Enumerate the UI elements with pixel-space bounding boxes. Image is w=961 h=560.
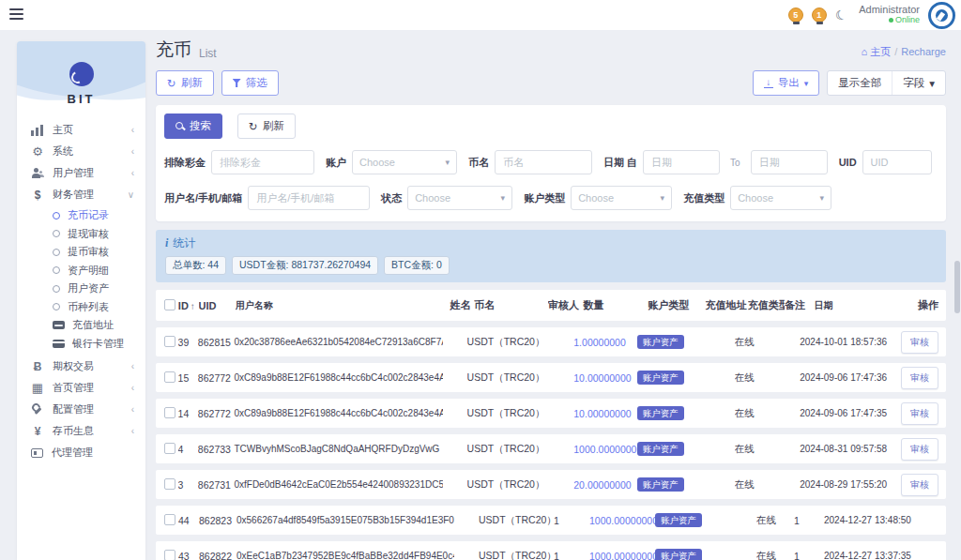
sidebar-subitem[interactable]: 资产明细 [17,262,145,280]
amount-link[interactable]: 20.00000000 [573,479,631,491]
account-type-badge: 账户资产 [655,513,702,528]
table-row: 398628150x20c38786eeAe6321b0542084eC7291… [156,327,946,356]
row-checkbox[interactable] [164,478,175,490]
cell-actions: 审核 [901,367,946,389]
sidebar-item-wrench[interactable]: 配置管理‹ [17,399,145,420]
sidebar-item-label: 首页管理 [53,381,131,395]
audit-button[interactable]: 审核 [901,367,938,389]
logo[interactable]: BIT [17,41,145,106]
col-coin[interactable]: 币名 [474,298,548,312]
col-note[interactable]: 备注 [785,298,815,312]
row-checkbox-cell [156,407,178,420]
uid-input[interactable] [862,150,932,174]
col-reviewer[interactable]: 审核人 [548,298,583,312]
amount-link[interactable]: 10.00000000 [573,408,631,419]
recharge-type-select[interactable]: Choose▾ [730,186,831,210]
row-checkbox[interactable] [164,514,175,525]
row-checkbox[interactable] [164,443,175,454]
amount-link[interactable]: 1000.00000000 [573,444,636,455]
sidebar-subitem[interactable]: 币种列表 [17,298,145,317]
sidebar-subitem[interactable]: 银行卡管理 [17,335,145,354]
sidebar-item-idcard[interactable]: 代理管理 [17,442,145,463]
dark-mode-moon-icon[interactable]: ☾ [833,7,848,24]
audit-button[interactable]: 审核 [901,438,938,461]
fields-dropdown[interactable]: 字段▾ [892,71,945,95]
amount-link[interactable]: 1.00000000 [573,337,625,348]
cell-recharge-type: 在线 [735,407,771,420]
account-select[interactable]: Choose▾ [352,150,457,174]
col-amount[interactable]: 数量 [583,298,648,312]
amount-link[interactable]: 1000.00000000 [589,551,655,560]
breadcrumb-home-link[interactable]: ⌂ 主页 [862,46,892,57]
chevron-left-icon: ‹ [131,404,134,415]
sidebar-item-bitcoin[interactable]: 期权交易‹ [17,356,145,377]
audit-button[interactable]: 审核 [901,402,938,425]
stat-usdt-amount: USDT金额: 881737.26270494 [232,256,378,275]
col-recharge-address[interactable]: 充值地址 [705,298,747,312]
col-name[interactable]: 姓名 [450,298,474,312]
users-icon [31,167,44,179]
row-checkbox[interactable] [164,371,175,383]
sidebar-item-chart[interactable]: 主页‹ [17,119,145,141]
columns-toggle-group: 显示全部 字段▾ [827,70,946,96]
notification-coin-icon[interactable]: 5 [788,8,803,23]
filter-button[interactable]: 筛选 [221,70,279,96]
exclude-bonus-input[interactable] [211,150,314,174]
user-info[interactable]: Administrator Online [859,5,920,25]
account-type-badge: 账户资产 [637,442,684,457]
sidebar-item-label: 代理管理 [52,446,134,460]
col-username[interactable]: 用户名称 [236,299,450,312]
scrollbar-thumb[interactable] [954,261,960,313]
date-to-input[interactable] [751,150,828,174]
col-uid[interactable]: UID [199,300,236,311]
account-type-select[interactable]: Choose▾ [571,186,672,210]
row-checkbox[interactable] [164,336,175,347]
cell-amount: 1000.00000000 [589,551,655,560]
sidebar-subitem[interactable]: 提币审核 [17,243,145,262]
col-recharge-type[interactable]: 充值类型 [748,298,785,312]
sidebar-item-gear[interactable]: 系统‹ [17,141,145,162]
date-from-input[interactable] [643,150,720,174]
avatar[interactable] [928,2,955,29]
sidebar-toggle-icon[interactable] [9,8,23,21]
sidebar-subitem[interactable]: 用户资产 [17,280,145,298]
cell-username: 0xC89a9b88E12F61988c44cc6bC4c002c2843e4A… [234,372,443,383]
status-select[interactable]: Choose▾ [407,186,512,210]
cell-date: 2024-09-06 17:47:36 [800,372,901,383]
cell-account-type: 账户资产 [637,406,694,421]
circle-icon [53,266,60,274]
refresh-button[interactable]: 刷新 [156,70,214,96]
sidebar-subitem[interactable]: 充币记录 [17,206,145,225]
export-button[interactable]: ↓导出▾ [753,70,820,96]
cell-coin: USDT（TRC20） [479,550,554,560]
circle-icon [53,249,60,256]
audit-button[interactable]: 审核 [901,331,938,354]
row-checkbox-cell [156,443,178,456]
amount-link[interactable]: 1000.00000000 [589,515,655,526]
sidebar-subitem[interactable]: 提现审核 [17,225,145,244]
col-date[interactable]: 日期 [815,299,918,312]
select-all-checkbox[interactable] [164,299,175,310]
table-row: 148627720xC89a9b88E12F61988c44cc6bC4c002… [156,399,946,428]
row-checkbox[interactable] [164,550,175,560]
sidebar-subitem[interactable]: 充值地址 [17,316,145,335]
amount-link[interactable]: 10.00000000 [573,372,631,384]
sidebar-item-table[interactable]: 首页管理‹ [17,377,145,399]
username-input[interactable] [248,186,370,210]
coin-name-input[interactable] [495,150,592,174]
refresh-icon [249,120,258,133]
cell-amount: 1.00000000 [573,337,636,348]
filter-username: 用户名/手机/邮箱 [164,186,370,210]
chevron-down-icon: ▾ [501,193,506,203]
show-all-button[interactable]: 显示全部 [828,71,892,95]
row-checkbox[interactable] [164,407,175,418]
col-id[interactable]: ID↑ [178,300,199,311]
audit-button[interactable]: 审核 [901,474,938,496]
sidebar-item-yen[interactable]: 存币生息‹ [17,420,145,442]
col-account-type[interactable]: 账户类型 [648,298,705,312]
notification-coin-icon[interactable]: 1 [812,8,827,23]
panel-refresh-button[interactable]: 刷新 [237,114,296,139]
search-button[interactable]: 搜索 [164,114,222,139]
sidebar-item-users[interactable]: 用户管理‹ [17,162,145,184]
sidebar-item-dollar[interactable]: 财务管理∨ [17,184,145,205]
